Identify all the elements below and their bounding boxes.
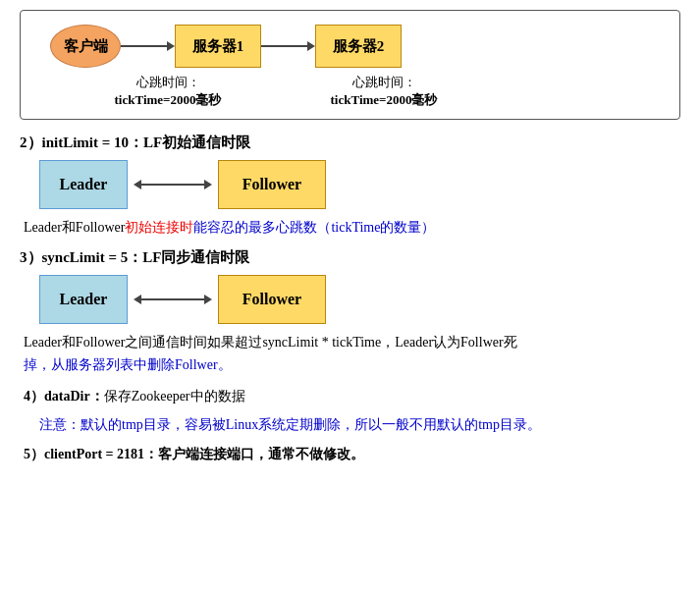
section3-desc: Leader和Follower之间通信时间如果超过syncLimit * tic… bbox=[24, 332, 680, 376]
section2-desc: Leader和Follower初始连接时能容忍的最多心跳数（tickTime的数… bbox=[24, 217, 680, 239]
diagram-nodes-row: 客户端 服务器1 服务器2 bbox=[50, 25, 670, 68]
section5-text: 5）clientPort = 2181：客户端连接端口，通常不做修改。 bbox=[24, 444, 680, 465]
section2-lf-diagram: Leader Follower bbox=[39, 160, 680, 209]
arrow1 bbox=[121, 41, 175, 51]
section1-diagram: 客户端 服务器1 服务器2 心跳时间： tickTime=2000毫秒 心跳时间… bbox=[20, 10, 680, 120]
client-node: 客户端 bbox=[50, 25, 121, 68]
section2-heading: 2）initLimit = 10：LF初始通信时限 bbox=[20, 134, 680, 152]
right-arrow-tip bbox=[204, 180, 212, 189]
section2-follower: Follower bbox=[218, 160, 326, 209]
section4-text: 4）dataDir：保存Zookeeper中的数据 bbox=[24, 386, 680, 407]
left-arrow-tip bbox=[134, 180, 141, 189]
server1-node: 服务器1 bbox=[175, 25, 261, 68]
section3-leader: Leader bbox=[39, 275, 128, 324]
left-arrow-tip2 bbox=[134, 295, 141, 304]
server2-node: 服务器2 bbox=[315, 25, 402, 68]
label-block-1: 心跳时间： tickTime=2000毫秒 bbox=[99, 74, 237, 109]
section3-lf-diagram: Leader Follower bbox=[39, 275, 680, 324]
arrow2 bbox=[261, 41, 315, 51]
section3-follower: Follower bbox=[218, 275, 326, 324]
section2-leader: Leader bbox=[39, 160, 128, 209]
arrow-mid-line bbox=[141, 184, 204, 186]
section3-heading: 3）syncLimit = 5：LF同步通信时限 bbox=[20, 248, 680, 267]
right-arrow-tip2 bbox=[204, 295, 212, 304]
section4-note: 注意：默认的tmp目录，容易被Linux系统定期删除，所以一般不用默认的tmp目… bbox=[39, 414, 680, 436]
diagram-labels-row: 心跳时间： tickTime=2000毫秒 心跳时间： tickTime=200… bbox=[99, 74, 453, 109]
arrow-mid-line2 bbox=[141, 298, 204, 300]
label-block-2: 心跳时间： tickTime=2000毫秒 bbox=[315, 74, 453, 109]
